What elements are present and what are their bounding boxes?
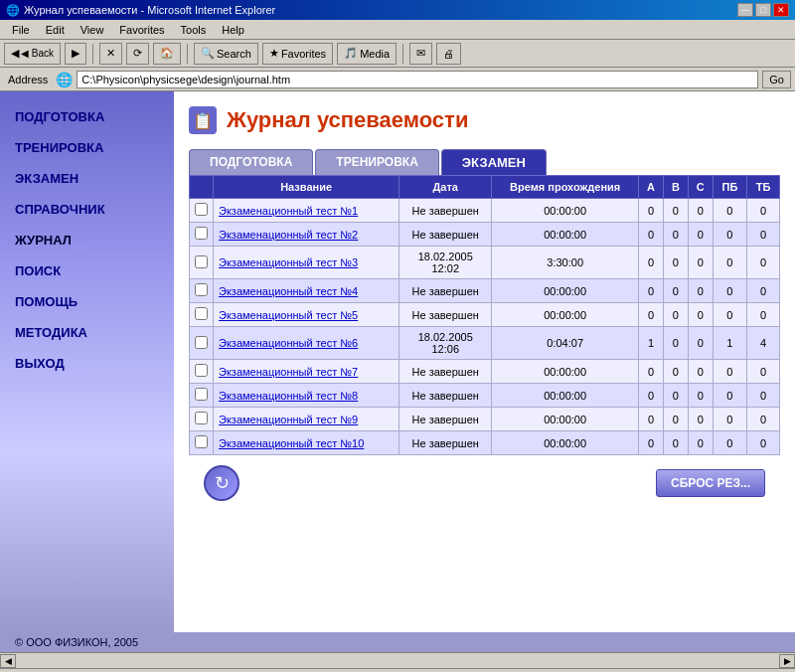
row-time: 00:00:00 xyxy=(492,431,639,455)
row-name[interactable]: Экзаменационный тест №8 xyxy=(214,384,399,408)
back-button[interactable]: ◀ ◀ Back xyxy=(4,43,61,65)
sidebar-item-poisk[interactable]: ПОИСК xyxy=(0,255,174,286)
media-button[interactable]: 🎵 Media xyxy=(337,43,397,65)
go-button[interactable]: Go xyxy=(762,71,791,88)
row-time: 3:30:00 xyxy=(492,247,639,279)
sidebar-item-zhurnal[interactable]: ЖУРНАЛ xyxy=(0,225,174,255)
row-name[interactable]: Экзаменационный тест №4 xyxy=(214,279,399,303)
row-checkbox[interactable] xyxy=(190,384,214,408)
address-input[interactable] xyxy=(77,71,758,88)
row-c: 0 xyxy=(688,279,713,303)
row-checkbox[interactable] xyxy=(190,327,214,360)
menu-view[interactable]: View xyxy=(73,22,112,38)
copyright-bar: © ООО ФИЗИКОН, 2005 xyxy=(0,632,795,652)
address-icon: 🌐 xyxy=(56,72,73,87)
horizontal-scrollbar[interactable]: ◀ ▶ xyxy=(0,652,795,668)
title-bar: 🌐 Журнал успеваемости - Microsoft Intern… xyxy=(0,0,795,20)
tab-podgotovka[interactable]: ПОДГОТОВКА xyxy=(189,149,313,175)
reset-button[interactable]: СБРОС РЕЗ... xyxy=(656,469,765,497)
menu-favorites[interactable]: Favorites xyxy=(111,22,172,38)
table-row: Экзаменационный тест №4 Не завершен 00:0… xyxy=(190,279,780,303)
tab-ekzamen[interactable]: ЭКЗАМЕН xyxy=(441,149,547,175)
row-checkbox[interactable] xyxy=(190,431,214,455)
sidebar-item-ekzamen[interactable]: ЭКЗАМЕН xyxy=(0,163,174,194)
row-name[interactable]: Экзаменационный тест №2 xyxy=(214,223,399,247)
row-b: 0 xyxy=(663,303,688,327)
row-pb: 0 xyxy=(713,408,746,431)
row-name[interactable]: Экзаменационный тест №7 xyxy=(214,360,399,384)
row-checkbox[interactable] xyxy=(190,279,214,303)
minimize-button[interactable]: — xyxy=(737,3,753,17)
content-area: 📋 Журнал успеваемости ПОДГОТОВКА ТРЕНИРО… xyxy=(174,91,795,632)
address-label: Address xyxy=(4,74,52,85)
mail-button[interactable]: ✉ xyxy=(409,43,432,65)
row-c: 0 xyxy=(688,360,713,384)
tab-trenirovka[interactable]: ТРЕНИРОВКА xyxy=(315,149,438,175)
row-pb: 0 xyxy=(713,279,746,303)
stop-button[interactable]: ✕ xyxy=(99,43,122,65)
forward-button[interactable]: ▶ xyxy=(65,43,86,65)
refresh-icon-button[interactable]: ↻ xyxy=(204,465,239,501)
row-name[interactable]: Экзаменационный тест №10 xyxy=(214,431,399,455)
menu-tools[interactable]: Tools xyxy=(173,22,215,38)
row-a: 0 xyxy=(639,431,664,455)
row-name[interactable]: Экзаменационный тест №1 xyxy=(214,199,399,223)
sidebar-item-pomosh[interactable]: ПОМОЩЬ xyxy=(0,286,174,317)
row-checkbox[interactable] xyxy=(190,303,214,327)
row-pb: 0 xyxy=(713,247,746,279)
row-c: 0 xyxy=(688,247,713,279)
home-button[interactable]: 🏠 xyxy=(153,43,181,65)
row-name[interactable]: Экзаменационный тест №3 xyxy=(214,247,399,279)
row-time: 00:00:00 xyxy=(492,279,639,303)
row-date: Не завершен xyxy=(399,408,492,431)
refresh-button[interactable]: ⟳ xyxy=(126,43,149,65)
row-date: Не завершен xyxy=(399,303,492,327)
toolbar-separator3 xyxy=(402,44,403,64)
row-tb: 0 xyxy=(747,384,780,408)
row-checkbox[interactable] xyxy=(190,247,214,279)
row-checkbox[interactable] xyxy=(190,199,214,223)
row-tb: 0 xyxy=(747,431,780,455)
hscroll-right[interactable]: ▶ xyxy=(779,654,795,668)
menu-file[interactable]: File xyxy=(4,22,38,38)
sidebar-item-trenirovka[interactable]: ТРЕНИРОВКА xyxy=(0,132,174,163)
row-time: 00:00:00 xyxy=(492,303,639,327)
page-title: Журнал успеваемости xyxy=(227,107,468,133)
row-checkbox[interactable] xyxy=(190,223,214,247)
row-b: 0 xyxy=(663,384,688,408)
row-date: Не завершен xyxy=(399,223,492,247)
menu-edit[interactable]: Edit xyxy=(38,22,73,38)
table-row: Экзаменационный тест №5 Не завершен 00:0… xyxy=(190,303,780,327)
row-c: 0 xyxy=(688,303,713,327)
row-name[interactable]: Экзаменационный тест №6 xyxy=(214,327,399,360)
close-button[interactable]: ✕ xyxy=(773,3,789,17)
maximize-button[interactable]: □ xyxy=(755,3,771,17)
sidebar-item-podgotovka[interactable]: ПОДГОТОВКА xyxy=(0,101,174,132)
row-name[interactable]: Экзаменационный тест №5 xyxy=(214,303,399,327)
window-title: Журнал успеваемости - Microsoft Internet… xyxy=(24,4,275,16)
sidebar-item-spravochnik[interactable]: СПРАВОЧНИК xyxy=(0,194,174,225)
search-button[interactable]: 🔍 Search xyxy=(194,43,258,65)
row-checkbox[interactable] xyxy=(190,360,214,384)
row-time: 00:00:00 xyxy=(492,384,639,408)
col-time: Время прохождения xyxy=(492,176,639,199)
row-tb: 0 xyxy=(747,199,780,223)
row-name[interactable]: Экзаменационный тест №9 xyxy=(214,408,399,431)
sidebar-item-vyhod[interactable]: ВЫХОД xyxy=(0,348,174,379)
row-date: Не завершен xyxy=(399,199,492,223)
col-date: Дата xyxy=(399,176,492,199)
menu-help[interactable]: Help xyxy=(214,22,252,38)
sidebar-item-metodika[interactable]: МЕТОДИКА xyxy=(0,317,174,348)
row-a: 0 xyxy=(639,303,664,327)
print-button[interactable]: 🖨 xyxy=(436,43,461,65)
toolbar-separator xyxy=(92,44,93,64)
favorites-icon: ★ xyxy=(269,47,279,60)
row-c: 0 xyxy=(688,408,713,431)
row-time: 00:00:00 xyxy=(492,223,639,247)
row-b: 0 xyxy=(663,199,688,223)
hscroll-left[interactable]: ◀ xyxy=(0,654,16,668)
favorites-button[interactable]: ★ Favorites xyxy=(262,43,333,65)
row-checkbox[interactable] xyxy=(190,408,214,431)
row-date: Не завершен xyxy=(399,360,492,384)
row-tb: 0 xyxy=(747,303,780,327)
